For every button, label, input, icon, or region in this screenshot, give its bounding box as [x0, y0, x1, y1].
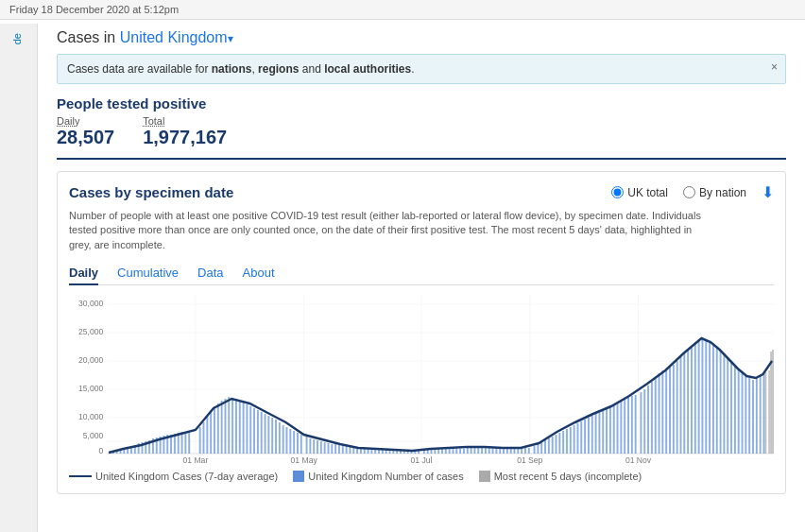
- banner-close-button[interactable]: ×: [771, 60, 778, 74]
- chart-tabs: Daily Cumulative Data About: [69, 262, 774, 285]
- total-stat: Total 1,977,167: [143, 115, 227, 148]
- legend-grey-icon: [479, 471, 490, 482]
- svg-rect-179: [701, 338, 703, 454]
- svg-rect-43: [203, 422, 205, 454]
- svg-rect-188: [734, 365, 736, 454]
- tab-data[interactable]: Data: [197, 262, 223, 285]
- svg-rect-151: [598, 412, 600, 454]
- svg-text:01 Jul: 01 Jul: [411, 455, 433, 465]
- dropdown-arrow[interactable]: ▾: [228, 32, 233, 45]
- svg-rect-39: [181, 432, 183, 454]
- svg-rect-112: [455, 449, 457, 454]
- svg-rect-64: [279, 422, 281, 454]
- svg-rect-45: [210, 410, 212, 454]
- by-nation-option[interactable]: By nation: [683, 186, 746, 199]
- legend-bar-item: United Kingdom Number of cases: [293, 471, 463, 482]
- svg-rect-195: [760, 376, 762, 454]
- svg-rect-181: [709, 341, 711, 454]
- svg-rect-170: [669, 367, 671, 454]
- svg-rect-136: [544, 440, 546, 454]
- svg-rect-167: [659, 373, 660, 454]
- svg-text:5,000: 5,000: [83, 431, 104, 440]
- svg-rect-67: [289, 429, 291, 454]
- svg-rect-122: [492, 448, 494, 454]
- svg-text:10,000: 10,000: [78, 412, 103, 421]
- svg-rect-140: [558, 433, 560, 454]
- svg-rect-111: [453, 449, 454, 454]
- svg-rect-108: [441, 449, 443, 454]
- svg-rect-184: [720, 350, 722, 454]
- svg-rect-130: [521, 449, 522, 454]
- svg-rect-190: [742, 372, 744, 454]
- datetime-label: Friday 18 December 2020 at 5:12pm: [9, 4, 179, 15]
- svg-rect-183: [716, 347, 718, 454]
- svg-text:01 Sep: 01 Sep: [517, 455, 542, 465]
- svg-rect-200: [772, 350, 774, 454]
- banner-regions: regions: [258, 62, 299, 76]
- svg-rect-114: [463, 449, 465, 454]
- svg-text:30,000: 30,000: [78, 299, 103, 308]
- svg-text:01 Nov: 01 Nov: [625, 455, 652, 465]
- svg-rect-77: [328, 443, 330, 454]
- main-content: Cases in United Kingdom▾ Cases data are …: [38, 20, 805, 504]
- svg-rect-137: [548, 438, 550, 454]
- svg-rect-133: [534, 446, 536, 454]
- by-nation-radio[interactable]: [683, 186, 695, 198]
- svg-text:25,000: 25,000: [78, 327, 103, 336]
- legend-bar-icon: [293, 471, 304, 482]
- svg-rect-135: [540, 442, 542, 454]
- svg-rect-54: [243, 403, 245, 454]
- chart-legend: United Kingdom Cases (7-day average) Uni…: [69, 471, 774, 482]
- chart-header: Cases by specimen date UK total By natio…: [69, 183, 774, 201]
- uk-total-option[interactable]: UK total: [611, 186, 668, 199]
- svg-rect-139: [556, 435, 557, 454]
- uk-total-radio[interactable]: [611, 186, 624, 198]
- sidebar-link[interactable]: de: [0, 24, 34, 54]
- svg-rect-61: [267, 416, 269, 454]
- svg-rect-79: [334, 444, 336, 454]
- banner-nations: nations: [212, 62, 252, 76]
- svg-rect-113: [459, 449, 461, 454]
- svg-rect-62: [271, 418, 273, 454]
- svg-rect-56: [249, 406, 251, 454]
- location-link[interactable]: United Kingdom: [120, 29, 228, 45]
- legend-line-label: United Kingdom Cases (7-day average): [95, 471, 278, 482]
- svg-rect-164: [647, 386, 649, 454]
- legend-grey-label: Most recent 5 days (incomplete): [494, 471, 642, 482]
- stats-section: People tested positive Daily 28,507 Tota…: [57, 95, 786, 160]
- svg-rect-194: [756, 378, 758, 454]
- total-value: 1,977,167: [143, 127, 227, 148]
- svg-rect-153: [606, 408, 608, 454]
- svg-rect-142: [566, 429, 568, 454]
- daily-stat: Daily 28,507: [57, 115, 114, 148]
- svg-rect-110: [449, 449, 451, 454]
- legend-bar-label: United Kingdom Number of cases: [308, 471, 463, 482]
- info-banner: Cases data are available for nations, re…: [57, 54, 786, 84]
- tab-cumulative[interactable]: Cumulative: [117, 262, 179, 285]
- svg-rect-49: [225, 399, 227, 454]
- svg-rect-171: [673, 365, 675, 454]
- banner-local: local authorities: [324, 62, 411, 76]
- svg-text:01 Mar: 01 Mar: [183, 455, 209, 465]
- svg-rect-192: [748, 378, 750, 454]
- svg-rect-116: [471, 448, 472, 454]
- svg-rect-115: [467, 448, 469, 454]
- svg-text:01 May: 01 May: [291, 455, 318, 465]
- svg-rect-138: [552, 437, 554, 454]
- download-button[interactable]: ⬇: [762, 183, 774, 201]
- by-nation-label: By nation: [699, 186, 746, 199]
- svg-rect-109: [445, 449, 447, 454]
- svg-rect-160: [631, 396, 633, 454]
- svg-rect-58: [257, 410, 259, 454]
- tab-about[interactable]: About: [243, 262, 275, 285]
- svg-rect-81: [342, 445, 344, 454]
- tab-daily[interactable]: Daily: [69, 262, 98, 285]
- svg-rect-51: [231, 398, 233, 454]
- stats-title: People tested positive: [57, 95, 786, 112]
- title-prefix: Cases in: [57, 29, 120, 45]
- svg-rect-199: [770, 352, 772, 454]
- svg-rect-159: [627, 397, 629, 454]
- svg-rect-73: [313, 439, 315, 454]
- top-bar: Friday 18 December 2020 at 5:12pm: [0, 0, 805, 20]
- legend-line-item: United Kingdom Cases (7-day average): [69, 471, 278, 482]
